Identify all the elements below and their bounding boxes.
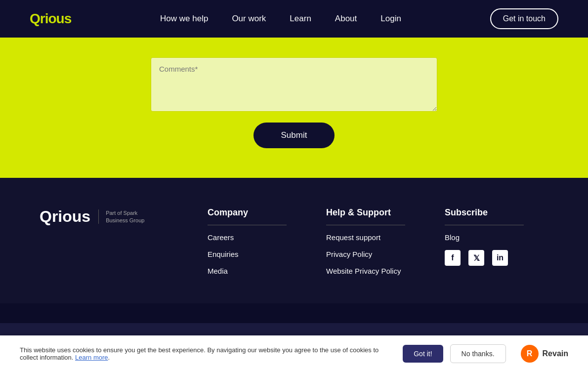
subscribe-links: Blog xyxy=(445,233,524,242)
social-icons: f 𝕏 in xyxy=(445,250,524,266)
privacy-policy-link[interactable]: Privacy Policy xyxy=(326,250,372,258)
footer-columns: Company Careers Enquiries Media Help & S… xyxy=(208,207,548,284)
media-link[interactable]: Media xyxy=(208,267,228,275)
facebook-icon[interactable]: f xyxy=(445,250,461,266)
support-heading: Help & Support xyxy=(326,207,405,225)
spark-group-label: Part of Spark Business Group xyxy=(98,209,144,224)
footer-col-support: Help & Support Request support Privacy P… xyxy=(326,207,405,284)
nav-links: How we help Our work Learn About Login xyxy=(160,14,401,24)
subscribe-heading: Subscribe xyxy=(445,207,524,225)
learn-more-link[interactable]: Learn more xyxy=(75,354,108,361)
company-links: Careers Enquiries Media xyxy=(208,233,287,276)
cookie-banner: This website uses cookies to ensure you … xyxy=(0,335,588,372)
get-in-touch-button[interactable]: Get in touch xyxy=(490,8,558,29)
submit-button[interactable]: Submit xyxy=(253,123,335,148)
request-support-link[interactable]: Request support xyxy=(326,233,380,242)
linkedin-icon[interactable]: in xyxy=(492,250,508,266)
company-heading: Company xyxy=(208,207,287,225)
cookie-buttons: Got it! No thanks. xyxy=(403,344,505,363)
contact-form: Submit xyxy=(151,57,437,148)
footer-logo: Qrious xyxy=(40,207,90,226)
revain-label: Revain xyxy=(543,349,568,358)
nav-about[interactable]: About xyxy=(335,14,357,23)
twitter-icon[interactable]: 𝕏 xyxy=(468,250,484,266)
nav-login[interactable]: Login xyxy=(380,14,401,23)
bottom-bar xyxy=(0,303,588,323)
enquiries-link[interactable]: Enquiries xyxy=(208,250,239,258)
website-privacy-policy-link[interactable]: Website Privacy Policy xyxy=(326,267,401,275)
logo-text: Qrious xyxy=(30,11,71,26)
revain-badge: R Revain xyxy=(521,345,568,363)
footer-col-subscribe: Subscribe Blog f 𝕏 in xyxy=(445,207,524,284)
revain-logo-icon: R xyxy=(521,345,539,363)
nav-logo[interactable]: Qrious xyxy=(30,11,71,27)
comments-textarea[interactable] xyxy=(151,57,437,112)
nav-learn[interactable]: Learn xyxy=(290,14,311,23)
cookie-message: This website uses cookies to ensure you … xyxy=(20,346,388,361)
gotit-button[interactable]: Got it! xyxy=(403,345,443,363)
footer-col-company: Company Careers Enquiries Media xyxy=(208,207,287,284)
nav-how-we-help[interactable]: How we help xyxy=(160,14,208,23)
navbar: Qrious How we help Our work Learn About … xyxy=(0,0,588,38)
blog-link[interactable]: Blog xyxy=(445,233,460,242)
footer-brand: Qrious Part of Spark Business Group xyxy=(40,207,178,284)
footer: Qrious Part of Spark Business Group Comp… xyxy=(0,178,588,303)
support-links: Request support Privacy Policy Website P… xyxy=(326,233,405,276)
nav-our-work[interactable]: Our work xyxy=(232,14,266,23)
nothanks-button[interactable]: No thanks. xyxy=(450,344,506,363)
cookie-message-text: This website uses cookies to ensure you … xyxy=(20,346,378,361)
footer-logo-area: Qrious Part of Spark Business Group xyxy=(40,207,178,226)
careers-link[interactable]: Careers xyxy=(208,233,234,242)
